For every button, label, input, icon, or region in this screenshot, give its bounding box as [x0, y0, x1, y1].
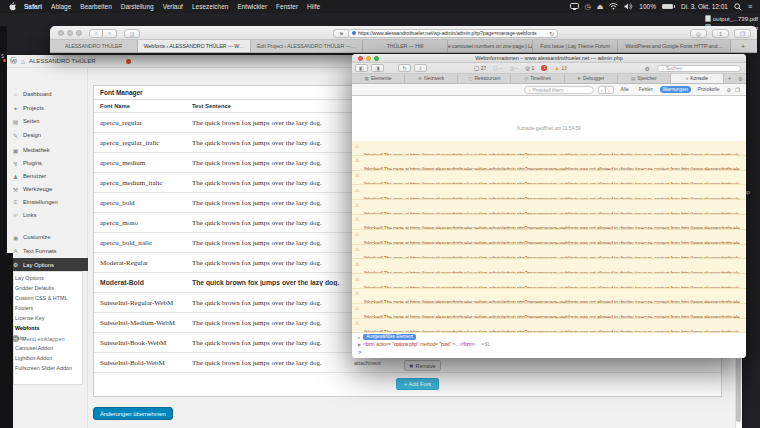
wordpress-logo-icon[interactable]: Ⓦ [10, 56, 17, 66]
new-tab-button[interactable]: + [731, 40, 755, 52]
console-warning-row[interactable]: ⚠[blocked] The page at https://www.aless… [352, 245, 746, 260]
filter-warnings-button[interactable]: Warnungen [660, 86, 691, 93]
inspector-search-input[interactable]: ⌕ Suchen [657, 65, 741, 72]
split-console-icon[interactable]: ❐ [735, 87, 740, 93]
inspector-settings-gear-icon[interactable]: ⚙ [645, 65, 650, 72]
filter-logs-button[interactable]: Protokolle [695, 86, 723, 93]
inspector-tab-ressourcen[interactable]: ▢Ressourcen [458, 74, 511, 83]
inspector-tab-konsole[interactable]: »Konsole [671, 74, 724, 83]
download-icon[interactable]: ⇩ [414, 64, 427, 72]
evaluated-node-row[interactable]: ▶ <form action="options.php" method="pos… [352, 341, 746, 348]
menu-item-safari[interactable]: Safari [24, 3, 42, 10]
submenu-item-license-key[interactable]: License Key [15, 315, 85, 321]
console-warning-row[interactable]: ⚠[blocked] The page at https://www.aless… [352, 230, 746, 245]
console-warning-row[interactable]: ⚠[blocked] The page at https://www.aless… [352, 259, 746, 274]
tab-settings-gear-icon[interactable]: ⚙ [735, 74, 746, 83]
menu-item-hilfe[interactable]: Hilfe [307, 3, 320, 10]
submenu-item-custom-css-html[interactable]: Custom CSS & HTML [15, 295, 85, 301]
console-warning-row[interactable]: ⚠[blocked] The page at https://www.aless… [352, 185, 746, 200]
console-warning-row[interactable]: ⚠[blocked] The page at https://www.aless… [352, 319, 746, 334]
console-warning-row[interactable]: ⚠[blocked] The page at https://www.aless… [352, 156, 746, 171]
desktop-file-pdf[interactable]: output_...739.pdf [705, 15, 758, 22]
add-tab-button[interactable]: + [724, 74, 735, 83]
console-prompt[interactable]: > [352, 348, 746, 356]
sidebar-item-benutzer[interactable]: ♟Benutzer [5, 170, 88, 182]
log-filter-input[interactable]: ⌕ Protokoll filtern [524, 86, 594, 94]
prev-icon[interactable]: ‹ [598, 86, 606, 94]
submenu-item-lightbox-addon[interactable]: Lightbox Addon [15, 355, 85, 361]
sidebar-item-customize[interactable]: ◉Customize [5, 231, 88, 243]
safari-tab-2[interactable]: Webfonts ‹ ALESSANDRO THÜLER — W… [138, 40, 251, 52]
resource-count-badge[interactable]: ▢27 [474, 65, 486, 71]
address-bar[interactable]: https://www.alessandrothueler.net/wp-adm… [348, 29, 558, 38]
submenu-item-gridder-defaults[interactable]: Gridder Defaults [15, 285, 85, 291]
filter-all-button[interactable]: Alle [618, 86, 632, 93]
node-count-badge[interactable]: ◎1 [525, 65, 534, 71]
apply-changes-button[interactable]: Änderungen übernehmen [93, 407, 173, 420]
next-icon[interactable]: › [606, 86, 614, 94]
dock-bottom-icon[interactable]: ◨ [371, 64, 384, 72]
menu-item-darstellung[interactable]: Darstellung [121, 3, 154, 10]
safari-tab-7[interactable]: WordPress and Google Fonts HTTP and… [618, 40, 731, 52]
sidebar-item-mediathek[interactable]: ▣Mediathek [5, 144, 88, 156]
disclosure-triangle-icon[interactable]: ▶ [358, 342, 361, 347]
share-button[interactable]: ↥ [712, 29, 729, 38]
display-icon[interactable] [570, 3, 579, 11]
reload-icon[interactable]: ↻ [549, 30, 554, 37]
clear-console-icon[interactable]: ⊘ [726, 87, 731, 93]
wifi-icon[interactable] [609, 3, 618, 10]
sidebar-item-plugins[interactable]: ↯Plugins [5, 157, 88, 169]
wp-site-name[interactable]: ALESSANDRO THÜLER [29, 58, 96, 64]
console-warning-row[interactable]: ⚠[blocked] The page at https://www.aless… [352, 141, 746, 156]
console-warning-row[interactable]: ⚠[blocked] The page at https://www.aless… [352, 274, 746, 289]
reload-page-icon[interactable]: ↻ [398, 64, 411, 72]
sidebar-item-einstellungen[interactable]: ≡Einstellungen [5, 196, 88, 208]
safari-tab-3[interactable]: Edit Project ‹ ALESSANDRO THÜLER —… [251, 40, 363, 52]
sidebar-item-text-formats[interactable]: AText Formats [5, 245, 88, 257]
back-button[interactable]: ‹ [89, 29, 103, 38]
sidebar-item-projects[interactable]: ✦Projects [5, 102, 88, 114]
inspector-tab-debugger[interactable]: ❖Debugger [565, 74, 618, 83]
inspector-tab-netzwerk[interactable]: ⊕Netzwerk [405, 74, 458, 83]
apple-menu-icon[interactable] [9, 2, 17, 11]
sidebar-item-design[interactable]: ✎Design [5, 129, 88, 141]
sidebar-item-seiten[interactable]: ▤Seiten [5, 115, 88, 127]
submenu-item-intro[interactable]: Intro [15, 335, 85, 341]
sidebar-item-links[interactable]: ∞Links [5, 209, 88, 221]
inspector-tab-timelines[interactable]: ◷Timelines [511, 74, 564, 83]
forward-button[interactable]: › [103, 29, 117, 38]
home-icon[interactable]: ⌂ [21, 58, 25, 65]
submenu-item-carousel-addon[interactable]: Carousel Addon [15, 345, 85, 351]
time-machine-icon[interactable]: ◷ [585, 3, 591, 10]
menu-item-bearbeiten[interactable]: Bearbeiten [80, 3, 111, 10]
menu-item-ablage[interactable]: Ablage [51, 3, 71, 10]
scrollbar-thumb[interactable] [736, 350, 741, 422]
menu-item-lesezeichen[interactable]: Lesezeichen [192, 3, 229, 10]
console-warning-row[interactable]: ⚠[blocked] The page at https://www.aless… [352, 200, 746, 215]
minimize-window-icon[interactable] [67, 30, 73, 36]
console-warning-row[interactable]: ⚠[blocked] The page at https://www.aless… [352, 215, 746, 230]
console-warning-row[interactable]: ⚠[blocked] The page at https://www.aless… [352, 289, 746, 304]
safari-tab-1[interactable]: ALESSANDRO THÜLER [50, 40, 138, 52]
zoom-window-icon[interactable] [76, 30, 82, 36]
sidebar-toggle-button[interactable]: ▯| [124, 29, 140, 38]
safari-tab-5[interactable]: hide carrousel numbers on one page | La… [448, 40, 533, 52]
close-window-icon[interactable] [58, 30, 64, 36]
menu-bar-clock[interactable]: Di. 3. Okt. 12:01 [681, 3, 728, 10]
sidebar-item-lay-options[interactable]: ⚙Lay Options [5, 258, 88, 271]
inspector-tab-elemente[interactable]: ▦Elemente [352, 74, 405, 83]
warning-count-badge[interactable]: ▲13 [554, 65, 567, 71]
safari-tab-6[interactable]: Font Issue | Lay Theme Forum [533, 40, 618, 52]
submenu-item-fullscreen-slider-addon[interactable]: Fullscreen Slider Addon [15, 365, 85, 371]
menu-item-fenster[interactable]: Fenster [276, 3, 298, 10]
add-font-button[interactable]: + Add Font [396, 378, 439, 390]
reader-button[interactable]: ◎ [690, 29, 707, 38]
battery-icon[interactable] [662, 4, 675, 9]
spotlight-search-icon[interactable] [734, 3, 742, 11]
tab-overview-button[interactable]: ❐ [734, 29, 751, 38]
page-url-link[interactable]: https://www.alessandrothueler.net/wp-adm… [410, 329, 578, 333]
remove-font-button[interactable]: ✖Remove [404, 360, 441, 371]
selected-element-row[interactable]: ▸ Ausgewähltes Element [352, 333, 746, 340]
submenu-item-lay-options[interactable]: Lay Options [15, 275, 85, 281]
zoom-window-icon[interactable] [374, 56, 379, 61]
